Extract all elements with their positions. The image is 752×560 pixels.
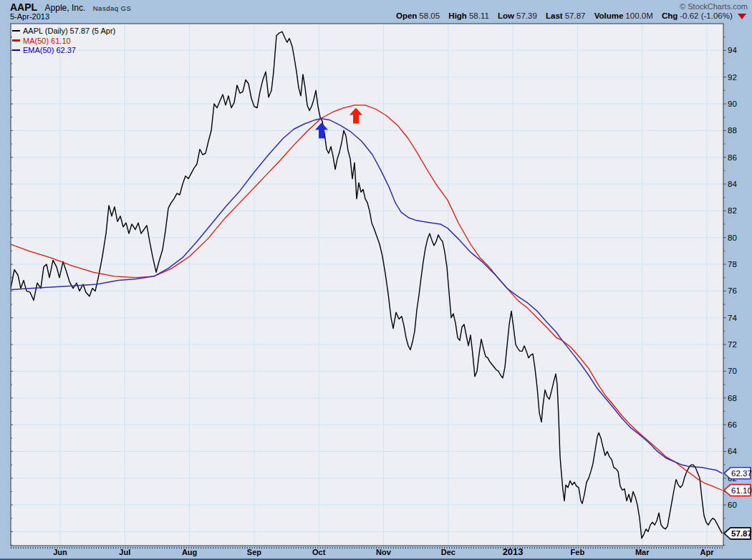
price-tag-62.37: 62.37: [724, 468, 752, 479]
price-tag-57.87: 57.87: [724, 528, 752, 539]
y-axis-label: 80: [728, 233, 737, 242]
y-axis-label: 68: [728, 394, 737, 402]
month-label: Apr: [700, 548, 715, 556]
month-label: Sep: [247, 548, 261, 556]
y-axis-label: 76: [728, 286, 737, 295]
y-axis-label: 72: [728, 340, 737, 349]
y-axis-label: 66: [728, 420, 737, 429]
y-axis-label: 74: [728, 314, 737, 322]
y-axis-label: 90: [728, 100, 737, 108]
price-tag-value: 57.87: [731, 529, 752, 538]
month-label: Mar: [635, 548, 650, 556]
y-axis-label: 94: [728, 46, 737, 54]
month-label: 2013: [503, 546, 524, 557]
stockcharts-chart-page: AAPL Apple, Inc. Nasdaq GS © StockCharts…: [0, 0, 752, 560]
y-axis-label: 60: [728, 501, 737, 509]
month-label: Oct: [312, 548, 326, 556]
y-axis-label: 88: [728, 126, 737, 135]
legend-ema50-label: EMA(50) 62.37: [23, 46, 76, 54]
legend-ma50-label: MA(50) 61.10: [23, 37, 71, 45]
ema50-line-swatch-icon: [12, 49, 20, 52]
legend-item-price: AAPL (Daily) 57.87 (5 Apr): [12, 26, 115, 37]
y-axis-label: 92: [728, 73, 737, 82]
month-label: Aug: [182, 548, 197, 556]
y-axis-label: 70: [728, 367, 737, 375]
y-axis-label: 64: [728, 447, 737, 455]
price-tag-value: 62.37: [731, 469, 752, 478]
y-axis-label: 78: [728, 260, 737, 269]
price-tag-61.10: 61.10: [724, 485, 752, 496]
month-label: Dec: [441, 548, 455, 556]
y-axis-label: 84: [728, 180, 737, 188]
price-line-swatch-icon: [12, 30, 20, 32]
chart-legend: AAPL (Daily) 57.87 (5 Apr) MA(50) 61.10 …: [12, 26, 115, 56]
month-label: Jun: [53, 548, 67, 556]
month-label: Jul: [119, 548, 130, 556]
month-label: Nov: [376, 548, 392, 556]
month-label: Feb: [571, 548, 585, 556]
plot-area: [11, 24, 723, 546]
price-chart-canvas: 58606264666870727476788082848688909294Ju…: [0, 0, 752, 560]
y-axis-label: 82: [728, 206, 737, 215]
legend-price-label: AAPL (Daily) 57.87 (5 Apr): [23, 26, 115, 35]
ma50-line-swatch-icon: [12, 39, 20, 42]
legend-item-ma50: MA(50) 61.10: [12, 37, 115, 47]
y-axis-label: 86: [728, 153, 737, 162]
legend-item-ema50: EMA(50) 62.37: [12, 46, 115, 56]
price-tag-value: 61.10: [731, 486, 752, 495]
